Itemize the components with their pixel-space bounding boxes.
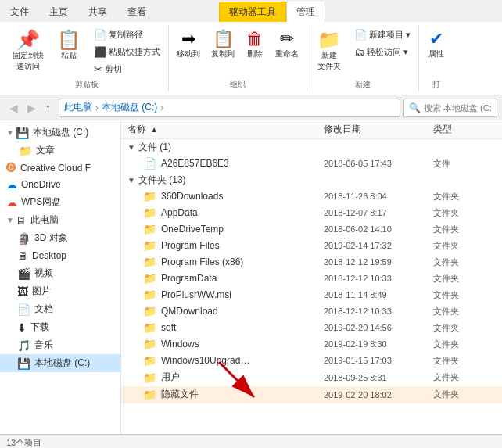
folder-icon: 📁 — [143, 272, 156, 285]
sidebar-item-local-disk[interactable]: 💾 本地磁盘 (C:) — [0, 354, 120, 372]
ribbon-group-clipboard: 📌 固定到快速访问 📋 粘贴 📄 复制路径 ⬛ — [5, 25, 169, 91]
file-row-onedrivetemp[interactable]: 📁 OneDriveTemp 2018-06-02 14:10 文件夹 — [121, 221, 502, 238]
sidebar-item-onedrive[interactable]: ☁ OneDrive — [0, 176, 120, 193]
file-row-windows[interactable]: 📁 Windows 2019-02-19 8:30 文件夹 — [121, 336, 502, 353]
move-to-button[interactable]: ➡ 移动到 — [172, 27, 205, 63]
sidebar-item-3d[interactable]: 🗿 3D 对象 — [0, 229, 120, 247]
back-button[interactable]: ◀ — [5, 100, 23, 116]
new-group-label: 新建 — [310, 77, 415, 91]
col-header-date[interactable]: 修改日期 — [324, 123, 433, 136]
ribbon-group-organize: ➡ 移动到 📋 复制到 🗑 删除 ✏ 重命名 — [169, 25, 307, 91]
file-row-users[interactable]: 📁 用户 2018-09-25 8:31 文件夹 — [121, 369, 502, 386]
desktop-icon: 🖥 — [17, 249, 28, 262]
tab-file[interactable]: 文件 — [0, 2, 39, 22]
sidebar-item-articles[interactable]: 📁 文章 — [0, 142, 120, 159]
up-button[interactable]: ↑ — [41, 100, 56, 116]
section-chevron-files: ▼ — [127, 143, 135, 152]
tab-manage[interactable]: 管理 — [286, 2, 325, 22]
file-section-files: ▼ 文件 (1) 📄 A26E857EB6E3 2018-06-05 17:43… — [121, 139, 502, 172]
delete-icon: 🗑 — [246, 30, 264, 48]
navigation-bar: ◀ ▶ ↑ 此电脑 › 本地磁盘 (C:) › 🔍 — [0, 95, 502, 120]
clipboard-group-label: 剪贴板 — [8, 77, 165, 91]
sidebar-item-downloads[interactable]: ⬇ 下载 — [0, 318, 120, 336]
move-icon: ➡ — [181, 30, 195, 48]
open-group-label: 打 — [422, 77, 450, 91]
file-row-soft[interactable]: 📁 soft 2019-02-20 14:56 文件夹 — [121, 320, 502, 336]
pin-icon: 📌 — [16, 30, 40, 50]
copy-to-button[interactable]: 📋 复制到 — [206, 27, 239, 63]
easy-access-icon: 🗂 — [354, 46, 364, 58]
file-row-programfiles[interactable]: 📁 Program Files 2019-02-14 17:32 文件夹 — [121, 238, 502, 254]
file-row-A26E[interactable]: 📄 A26E857EB6E3 2018-06-05 17:43 文件 — [121, 156, 502, 172]
pin-to-quick-button[interactable]: 📌 固定到快速访问 — [8, 27, 48, 75]
copy-path-button[interactable]: 📄 复制路径 — [89, 27, 165, 43]
folder-icon: 📁 — [143, 305, 156, 317]
file-row-programfilesx86[interactable]: 📁 Program Files (x86) 2018-12-12 19:59 文… — [121, 254, 502, 271]
search-box[interactable]: 🔍 — [403, 99, 497, 117]
file-pane: 名称 ▲ 修改日期 类型 ▼ 文件 (1) 📄 A26E857EB6E — [121, 120, 502, 434]
file-row-programdata[interactable]: 📁 ProgramData 2018-12-12 10:33 文件夹 — [121, 271, 502, 287]
onedrive-icon: ☁ — [6, 178, 17, 191]
sidebar-item-music[interactable]: 🎵 音乐 — [0, 336, 120, 354]
section-chevron-folders: ▼ — [127, 176, 135, 185]
rename-button[interactable]: ✏ 重命名 — [271, 27, 303, 63]
copy-to-icon: 📋 — [213, 30, 234, 48]
tab-context[interactable]: 驱动器工具 — [219, 2, 286, 22]
file-row-appdata[interactable]: 📁 AppData 2018-12-07 8:17 文件夹 — [121, 205, 502, 221]
search-input[interactable] — [424, 103, 492, 113]
folder-icon: 📁 — [143, 206, 156, 219]
breadcrumb-pc[interactable]: 此电脑 — [64, 101, 92, 114]
paste-shortcut-button[interactable]: ⬛ 粘贴快捷方式 — [89, 44, 165, 60]
section-header-folders[interactable]: ▼ 文件夹 (13) — [121, 172, 502, 188]
cc-icon: 🅒 — [6, 162, 16, 174]
folder-icon: 📁 — [19, 145, 32, 157]
new-item-col: 📄 新建项目 ▾ 🗂 轻松访问 ▾ — [350, 27, 415, 60]
sidebar-item-creative-cloud[interactable]: 🅒 Creative Cloud F — [0, 159, 120, 176]
folder-icon: 📁 — [143, 256, 156, 268]
status-bar: 13个项目 — [0, 434, 502, 448]
folder-icon: 📁 — [143, 321, 156, 334]
sidebar-item-wps[interactable]: ☁ WPS网盘 — [0, 193, 120, 211]
col-header-name[interactable]: 名称 ▲ — [127, 123, 324, 136]
sidebar-item-desktop[interactable]: 🖥 Desktop — [0, 247, 120, 264]
ribbon-tabs: 文件 主页 共享 查看 驱动器工具 管理 — [0, 0, 502, 22]
col-header-type[interactable]: 类型 — [433, 123, 496, 136]
file-row-360downloads[interactable]: 📁 360Downloads 2018-11-26 8:04 文件夹 — [121, 188, 502, 205]
new-item-icon: 📄 — [354, 29, 367, 41]
properties-button[interactable]: ✔ 属性 — [422, 27, 450, 63]
drive-icon: 💾 — [16, 127, 29, 139]
file-row-proplusww[interactable]: 📁 ProPlusrWW.msi 2018-11-14 8:49 文件夹 — [121, 287, 502, 303]
video-icon: 🎬 — [17, 267, 30, 280]
sidebar-item-this-pc[interactable]: ▼ 🖥 此电脑 — [0, 211, 120, 229]
easy-access-button[interactable]: 🗂 轻松访问 ▾ — [350, 44, 415, 60]
organize-group-label: 组织 — [172, 77, 303, 91]
folder-icon: 📁 — [143, 190, 156, 202]
sidebar-item-c-drive[interactable]: ▼ 💾 本地磁盘 (C:) — [0, 124, 120, 142]
sidebar-item-video[interactable]: 🎬 视频 — [0, 264, 120, 282]
breadcrumb: 此电脑 › 本地磁盘 (C:) › — [59, 99, 400, 117]
breadcrumb-c[interactable]: 本地磁盘 (C:) — [102, 101, 157, 114]
properties-icon: ✔ — [429, 30, 443, 48]
folder-icon: 📁 — [143, 354, 156, 367]
tab-home[interactable]: 主页 — [39, 2, 78, 22]
file-list-header: 名称 ▲ 修改日期 类型 — [121, 120, 502, 139]
new-item-button[interactable]: 📄 新建项目 ▾ — [350, 27, 415, 43]
new-folder-button[interactable]: 📁 新建文件夹 — [310, 27, 348, 75]
pictures-icon: 🖼 — [17, 285, 28, 298]
cut-button[interactable]: ✂ 剪切 — [89, 61, 165, 77]
file-row-windows10upgrade[interactable]: 📁 Windows10Upgrad… 2019-01-15 17:03 文件夹 — [121, 353, 502, 369]
delete-button[interactable]: 🗑 删除 — [241, 27, 269, 63]
sidebar-item-pictures[interactable]: 🖼 图片 — [0, 282, 120, 300]
tab-share[interactable]: 共享 — [78, 2, 117, 22]
3d-icon: 🗿 — [17, 232, 30, 245]
tab-view[interactable]: 查看 — [117, 2, 156, 22]
file-row-qmdownload[interactable]: 📁 QMDownload 2018-12-12 10:33 文件夹 — [121, 303, 502, 320]
paste-shortcut-icon: ⬛ — [94, 46, 106, 58]
file-row-hidden-files[interactable]: 📁 隐藏文件 2019-02-20 18:02 文件夹 — [121, 386, 502, 403]
local-disk-icon: 💾 — [17, 357, 30, 370]
section-header-files[interactable]: ▼ 文件 (1) — [121, 139, 502, 156]
paste-button[interactable]: 📋 粘贴 — [50, 27, 88, 64]
forward-button[interactable]: ▶ — [23, 100, 41, 116]
documents-icon: 📄 — [17, 303, 30, 316]
sidebar-item-documents[interactable]: 📄 文档 — [0, 300, 120, 318]
